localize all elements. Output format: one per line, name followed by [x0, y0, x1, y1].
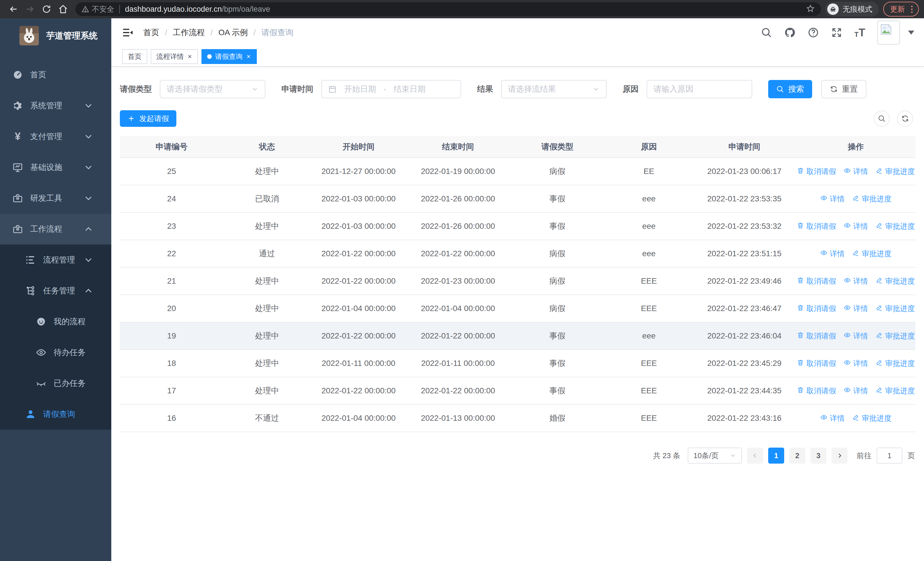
detail-link[interactable]: 详情	[843, 304, 868, 314]
breadcrumb-item[interactable]: 首页	[143, 27, 159, 38]
prev-page-button[interactable]	[747, 448, 763, 463]
approval-progress-link[interactable]: 审批进度	[852, 194, 891, 204]
edit-icon	[876, 277, 883, 286]
close-icon[interactable]: ×	[187, 53, 192, 60]
approval-progress-link[interactable]: 审批进度	[876, 331, 915, 341]
detail-link[interactable]: 详情	[843, 358, 868, 368]
sidebar-item-dev-tools[interactable]: 研发工具	[0, 183, 111, 214]
page-size-select[interactable]: 10条/页	[688, 448, 742, 463]
address-bar[interactable]: 不安全 dashboard.yudao.iocoder.cn/bpm/oa/le…	[75, 2, 821, 16]
sidebar-item-leave-query[interactable]: 请假查询	[0, 399, 111, 430]
eye-icon	[843, 359, 851, 368]
eye-icon	[843, 277, 851, 286]
approval-progress-link[interactable]: 审批进度	[852, 249, 891, 259]
page-button-1[interactable]: 1	[768, 448, 784, 463]
cell-actions: 详情审批进度	[796, 185, 915, 212]
sidebar-logo[interactable]: 芋道管理系统	[0, 18, 111, 53]
reason-input[interactable]: 请输入原因	[646, 80, 752, 98]
goto-page-input[interactable]: 1	[877, 448, 902, 463]
detail-link[interactable]: 详情	[843, 167, 868, 176]
table-row: 21处理中2022-01-22 00:00:002022-01-23 00:00…	[120, 267, 915, 295]
forward-icon[interactable]	[22, 1, 38, 17]
approval-progress-link[interactable]: 审批进度	[876, 304, 915, 314]
page-button-3[interactable]: 3	[810, 448, 826, 463]
cell-id: 17	[120, 377, 223, 405]
security-warning[interactable]: 不安全	[82, 4, 114, 14]
sidebar-item-task-mgmt[interactable]: 任务管理	[0, 275, 111, 306]
cell-start: 2022-01-03 00:00:00	[311, 185, 406, 212]
detail-link[interactable]: 详情	[843, 276, 868, 286]
table-row: 22通过2022-01-22 00:00:002022-01-22 00:00:…	[120, 240, 915, 267]
sidebar-item-done-tasks[interactable]: 已办任务	[0, 368, 111, 399]
reset-button[interactable]: 重置	[821, 80, 866, 98]
sidebar-item-system[interactable]: 系统管理	[0, 90, 111, 121]
avatar[interactable]	[877, 21, 900, 45]
detail-link[interactable]: 详情	[843, 331, 868, 341]
create-leave-button[interactable]: 发起请假	[120, 110, 176, 127]
detail-link[interactable]: 详情	[820, 194, 844, 204]
cancel-leave-link[interactable]: 取消请假	[797, 276, 836, 286]
sidebar-item-todo-tasks[interactable]: 待办任务	[0, 337, 111, 368]
sidebar-item-home[interactable]: 首页	[0, 59, 111, 90]
approval-progress-label: 审批进度	[862, 194, 891, 204]
bookmark-star-icon[interactable]	[806, 4, 815, 14]
result-select[interactable]: 请选择流结果	[501, 80, 607, 98]
browser-toolbar: 不安全 dashboard.yudao.iocoder.cn/bpm/oa/le…	[0, 0, 924, 18]
cancel-leave-link[interactable]: 取消请假	[797, 167, 836, 176]
github-icon[interactable]	[784, 27, 796, 38]
sidebar-item-my-process[interactable]: 我的流程	[0, 306, 111, 337]
detail-link[interactable]: 详情	[820, 413, 844, 423]
sidebar-item-workflow[interactable]: 工作流程	[0, 214, 111, 245]
cell-end: 2022-01-11 00:00:00	[406, 350, 510, 377]
sidebar-item-infra[interactable]: 基础设施	[0, 152, 111, 183]
caret-down-icon[interactable]	[908, 30, 914, 35]
trash-icon	[797, 386, 804, 396]
reload-icon[interactable]	[38, 1, 55, 17]
home-icon[interactable]	[55, 1, 71, 17]
refresh-table-button[interactable]	[897, 111, 913, 126]
fullscreen-icon[interactable]	[831, 27, 842, 38]
cell-actions: 取消请假详情审批进度	[796, 267, 915, 295]
cancel-leave-link[interactable]: 取消请假	[797, 304, 836, 314]
cancel-leave-link[interactable]: 取消请假	[797, 386, 836, 396]
leave-type-select[interactable]: 请选择请假类型	[160, 80, 266, 98]
approval-progress-link[interactable]: 审批进度	[876, 358, 915, 368]
detail-link[interactable]: 详情	[843, 386, 868, 396]
row-actions: 取消请假详情审批进度	[796, 386, 915, 396]
sidebar-collapse-icon[interactable]	[122, 27, 134, 38]
detail-link[interactable]: 详情	[820, 249, 844, 259]
search-icon[interactable]	[761, 27, 772, 38]
browser-menu-icon[interactable]	[910, 5, 914, 14]
apply-time-range-picker[interactable]: 开始日期 - 结束日期	[321, 80, 461, 98]
tab-请假查询[interactable]: 请假查询×	[201, 49, 257, 64]
next-page-button[interactable]	[831, 448, 848, 463]
page-button-2[interactable]: 2	[789, 448, 805, 463]
search-button[interactable]: 搜索	[768, 80, 812, 98]
approval-progress-link[interactable]: 审批进度	[876, 276, 915, 286]
hide-search-button[interactable]	[874, 111, 890, 126]
close-icon[interactable]: ×	[246, 53, 251, 60]
sidebar-item-process-mgmt[interactable]: 流程管理	[0, 245, 111, 275]
approval-progress-link[interactable]: 审批进度	[852, 413, 891, 423]
approval-progress-link[interactable]: 审批进度	[876, 221, 915, 232]
text-size-icon[interactable]: TT	[854, 27, 865, 38]
sidebar-item-payment[interactable]: ¥支付管理	[0, 121, 111, 152]
cancel-leave-link[interactable]: 取消请假	[797, 358, 836, 368]
approval-progress-link[interactable]: 审批进度	[876, 386, 915, 396]
cancel-leave-link[interactable]: 取消请假	[797, 221, 836, 232]
breadcrumb-item[interactable]: OA 示例	[219, 27, 248, 38]
detail-link[interactable]: 详情	[843, 221, 868, 232]
tab-流程详情[interactable]: 流程详情×	[151, 49, 198, 64]
trash-icon	[797, 167, 804, 176]
cell-reason: eee	[605, 185, 693, 212]
cell-end: 2022-01-23 00:00:00	[406, 267, 510, 295]
breadcrumb-item[interactable]: 工作流程	[173, 27, 205, 38]
cancel-leave-link[interactable]: 取消请假	[797, 331, 836, 341]
approval-progress-link[interactable]: 审批进度	[876, 167, 915, 176]
filter-form: 请假类型 请选择请假类型 申请时间 开始日期 - 结束日期	[120, 80, 915, 98]
row-actions: 取消请假详情审批进度	[796, 304, 915, 314]
back-icon[interactable]	[5, 1, 22, 17]
browser-update-button[interactable]: 更新	[883, 2, 919, 17]
tab-首页[interactable]: 首页	[122, 49, 147, 64]
help-icon[interactable]	[808, 27, 819, 38]
